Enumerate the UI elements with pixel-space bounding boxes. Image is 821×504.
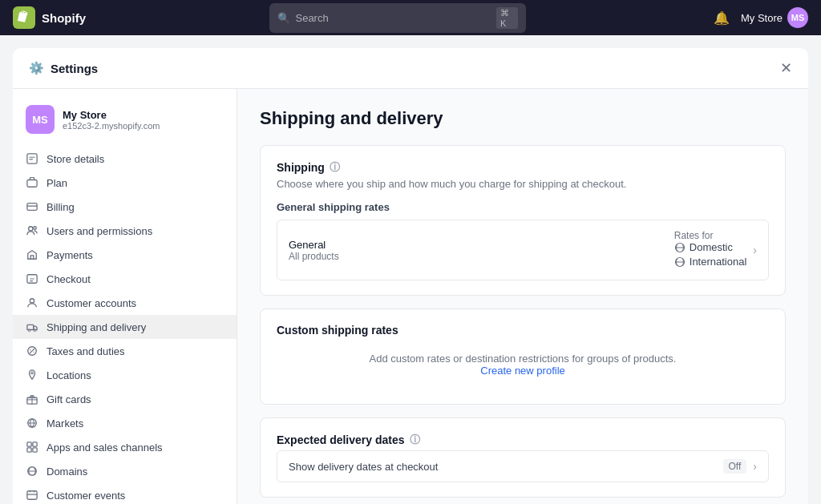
taxes-icon xyxy=(26,345,38,357)
settings-icon: ⚙️ xyxy=(29,61,44,75)
svg-point-9 xyxy=(28,329,30,332)
all-products-label: All products xyxy=(289,251,674,262)
svg-rect-20 xyxy=(27,491,37,500)
domestic-label: Domestic xyxy=(690,241,733,253)
search-icon: 🔍 xyxy=(277,12,290,24)
sidebar-item-apps-channels[interactable]: Apps and sales channels xyxy=(13,435,237,459)
modal-title-row: ⚙️ Settings xyxy=(29,61,98,75)
store-menu-button[interactable]: My Store MS xyxy=(741,7,808,28)
delivery-dates-label: Show delivery dates at checkout xyxy=(289,461,438,473)
sidebar-item-users-permissions[interactable]: Users and permissions xyxy=(13,219,237,243)
shipping-section-title: Shipping ⓘ xyxy=(277,160,769,175)
rates-for-col: Rates for Domestic xyxy=(674,230,747,270)
sidebar: MS My Store e152c3-2.myshopify.com Store… xyxy=(13,89,237,504)
general-rates-row[interactable]: General All products Rates for xyxy=(277,220,768,280)
modal-header: ⚙️ Settings ✕ xyxy=(13,48,808,89)
sidebar-item-locations[interactable]: Locations xyxy=(13,363,237,387)
topbar-right: 🔔 My Store MS xyxy=(710,7,808,29)
gift-cards-icon xyxy=(26,393,38,405)
topbar: Shopify 🔍 ⌘ K 🔔 My Store MS xyxy=(0,0,821,35)
sidebar-item-label: Users and permissions xyxy=(47,225,152,237)
create-new-profile-link[interactable]: Create new profile xyxy=(480,365,565,377)
sidebar-item-markets[interactable]: Markets xyxy=(13,411,237,435)
sidebar-item-label: Store details xyxy=(47,153,104,165)
domains-icon xyxy=(26,465,38,478)
delivery-status-badge: Off xyxy=(723,459,747,474)
svg-rect-2 xyxy=(27,180,37,187)
sidebar-item-shipping-delivery[interactable]: Shipping and delivery xyxy=(13,315,237,339)
search-shortcut: ⌘ K xyxy=(496,7,518,29)
sidebar-item-payments[interactable]: Payments xyxy=(13,243,237,267)
svg-point-5 xyxy=(34,227,37,230)
shipping-info-icon[interactable]: ⓘ xyxy=(330,160,340,175)
rates-left: General All products xyxy=(289,239,674,262)
settings-modal: ⚙️ Settings ✕ MS My Store e152c3-2.mysho… xyxy=(13,48,808,504)
sidebar-item-label: Checkout xyxy=(47,273,91,285)
sidebar-item-label: Gift cards xyxy=(47,393,91,405)
checkout-icon xyxy=(26,272,38,285)
sidebar-item-label: Billing xyxy=(47,201,75,213)
sidebar-item-label: Taxes and duties xyxy=(47,345,125,357)
sidebar-item-label: Shipping and delivery xyxy=(47,321,146,333)
sidebar-item-label: Customer accounts xyxy=(47,297,136,309)
sidebar-item-gift-cards[interactable]: Gift cards xyxy=(13,387,237,411)
settings-body: MS My Store e152c3-2.myshopify.com Store… xyxy=(13,89,808,504)
sidebar-item-store-details[interactable]: Store details xyxy=(13,147,237,171)
sidebar-item-customer-accounts[interactable]: Customer accounts xyxy=(13,291,237,315)
general-rates-header: General shipping rates xyxy=(277,201,769,213)
expected-delivery-info-icon[interactable]: ⓘ xyxy=(410,433,420,447)
svg-point-10 xyxy=(34,329,36,332)
custom-rates-title: Custom shipping rates xyxy=(277,324,769,337)
search-bar[interactable]: 🔍 ⌘ K xyxy=(269,3,526,33)
search-input[interactable] xyxy=(295,12,491,24)
customer-accounts-icon xyxy=(26,296,38,309)
apps-icon xyxy=(26,441,38,454)
svg-point-12 xyxy=(31,372,34,374)
custom-empty-text: Add custom rates or destination restrict… xyxy=(370,353,677,365)
store-details-icon xyxy=(26,152,38,165)
domestic-rate-item: Domestic xyxy=(674,241,747,253)
sidebar-item-label: Customer events xyxy=(47,490,125,502)
shopify-logo-text: Shopify xyxy=(42,11,86,25)
svg-rect-1 xyxy=(27,154,37,163)
expected-delivery-card: Expected delivery dates ⓘ Show delivery … xyxy=(260,417,786,498)
svg-point-7 xyxy=(30,299,34,303)
svg-point-4 xyxy=(29,227,33,231)
topbar-left: Shopify xyxy=(13,6,86,29)
international-rate-item: International xyxy=(674,256,747,268)
shipping-description: Choose where you ship and how much you c… xyxy=(277,178,769,190)
sidebar-item-customer-events[interactable]: Customer events xyxy=(13,483,237,504)
sidebar-item-label: Locations xyxy=(47,369,91,381)
svg-rect-16 xyxy=(33,442,37,446)
svg-rect-17 xyxy=(27,448,31,452)
notifications-bell-button[interactable]: 🔔 xyxy=(710,7,733,29)
sidebar-item-label: Apps and sales channels xyxy=(47,442,163,454)
customer-events-icon xyxy=(26,489,38,502)
custom-rates-empty: Add custom rates or destination restrict… xyxy=(277,340,769,389)
sidebar-item-label: Markets xyxy=(47,417,83,429)
sidebar-item-billing[interactable]: Billing xyxy=(13,195,237,219)
expected-delivery-title: Expected delivery dates ⓘ xyxy=(277,433,769,447)
plan-icon xyxy=(26,176,38,189)
sidebar-item-domains[interactable]: Domains xyxy=(13,459,237,483)
store-url: e152c3-2.myshopify.com xyxy=(63,121,160,131)
store-details: My Store e152c3-2.myshopify.com xyxy=(63,109,160,131)
rates-right: Rates for Domestic xyxy=(674,230,757,270)
general-shipping-rates-table: General All products Rates for xyxy=(277,220,769,280)
delivery-dates-row[interactable]: Show delivery dates at checkout Off › xyxy=(277,450,769,482)
sidebar-item-label: Plan xyxy=(47,177,67,189)
rates-for-label: Rates for xyxy=(674,230,747,241)
close-button[interactable]: ✕ xyxy=(780,61,792,75)
sidebar-item-taxes-duties[interactable]: Taxes and duties xyxy=(13,339,237,363)
svg-rect-18 xyxy=(33,448,37,452)
payments-icon xyxy=(26,248,38,261)
main-panel: Shipping and delivery Shipping ⓘ Choose … xyxy=(237,89,808,504)
user-avatar: MS xyxy=(787,7,808,28)
sidebar-item-plan[interactable]: Plan xyxy=(13,171,237,195)
general-label: General xyxy=(289,239,674,251)
sidebar-item-checkout[interactable]: Checkout xyxy=(13,267,237,291)
store-info: MS My Store e152c3-2.myshopify.com xyxy=(13,99,237,147)
locations-icon xyxy=(26,369,38,381)
store-name: My Store xyxy=(63,109,160,121)
main-content: ⚙️ Settings ✕ MS My Store e152c3-2.mysho… xyxy=(0,35,821,504)
